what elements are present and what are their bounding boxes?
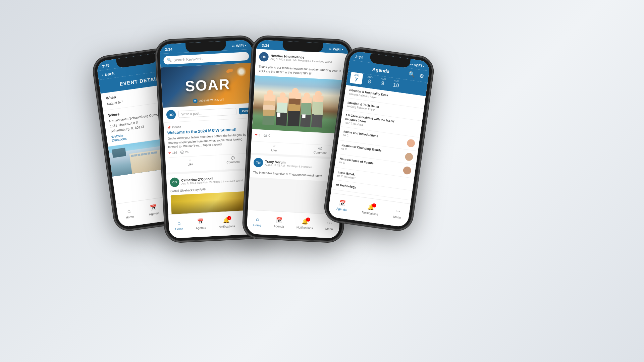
battery-icon: ▪ [423,64,425,68]
nav-notifications[interactable]: 🔔 1 Notifications [362,202,379,216]
agenda-header-icons: 🔍 ⚙ [408,71,424,79]
soar-subtitle-text: 2024 M&IW SUMMIT [199,98,224,102]
phone3-status-icons: ▪▪ WiFi ▪ [329,47,343,52]
signal-icon: ▪▪ [232,44,234,48]
signal-icon: ▪▪ [410,62,413,67]
miw-logo: M [193,99,198,104]
bell-icon: 🔔 1 [301,218,309,225]
phones-container: 3:35 ▪▪▪ WiFi ‹ Back EVENT DETAIL [0,0,644,362]
nav-menu[interactable]: ⋯ Menu [393,207,402,219]
agenda-title: Agenda [372,66,390,74]
user-avatar: DO [166,110,176,119]
speaker-avatar-5 [405,152,414,161]
phone2-time: 3:34 [165,47,173,52]
likes-count: ❤ 116 [168,151,177,155]
phone1-time: 3:35 [102,63,110,68]
search-icon: 🔍 [167,58,172,63]
date-aug10[interactable]: AUG 10 [389,77,403,90]
pinned-post: 📌 Pinned Welcome to the 2024 M&IW Summit… [163,118,258,175]
comment-icon: 💬 [318,147,322,150]
post-body: Get to know your fellow attendees before… [167,132,254,149]
post-placeholder: Write a post... [181,111,202,116]
nav-notifications[interactable]: 🔔 1 Notifications [218,216,235,229]
nav-menu[interactable]: ⋯ Menu [325,219,333,231]
nav-agenda[interactable]: 📅 Agenda [148,203,159,216]
bell-icon: 🔔 1 [367,203,375,212]
nav-agenda-label: Agenda [196,226,206,230]
agenda-icon: 📅 [197,218,204,226]
badge1 [277,113,280,117]
date-aug9[interactable]: AUG 9 [376,76,390,88]
likes-number: 116 [172,151,177,155]
nav-notifications-label: Notifications [362,210,378,216]
nav-notifications-label: Notifications [218,224,235,229]
filter-icon[interactable]: ⚙ [419,72,424,79]
post-actions: ♡ Like 💬 Comment [169,153,255,169]
battery-icon: ▪ [342,48,343,52]
nav-agenda-label: Agenda [149,211,160,216]
soar-heading: SOAR [184,76,231,95]
user2-info: Catherine O'Connell Aug 8, 2024 7:19 PM … [181,175,256,185]
nav-notifications-label: Notifications [297,226,313,230]
nav-home-label: Home [125,215,134,219]
signal-icon: ▪▪ [329,47,331,51]
user1-info: Heather Hnottavange Aug 5, 2024 5:03 PM … [270,54,345,64]
likes-count: ❤ 3 [255,133,261,137]
reactions-row: ❤ 3 💬 0 [255,133,340,141]
post1-actions: ♡ Like 💬 Comment [251,141,343,158]
speaker-avatar-4 [407,139,416,148]
chevron-left-icon: ‹ [102,72,104,77]
like-icon: ♡ [273,144,276,148]
nav-home[interactable]: ⌂ Home [124,207,134,219]
like-button[interactable]: ♡ Like [251,141,298,155]
user2-row: TN Tracy Norum Aug 8, 11:22 AM · Meeting… [250,155,343,173]
like-label: Like [271,148,277,152]
group-photo [252,75,347,134]
agenda-icon: 📅 [275,216,283,224]
like-button[interactable]: ♡ Like [169,156,212,169]
likes-number: 3 [259,133,261,137]
date-aug7[interactable]: AUG 7 [350,72,363,85]
badge2 [302,114,306,119]
search-placeholder: Search Keywords [173,56,203,62]
phone4-status-icons: ▪▪ WiFi ▪ [410,62,425,68]
wifi-icon: WiFi [333,47,341,51]
home-icon: ⌂ [175,219,183,227]
nav-notifications[interactable]: 🔔 1 Notifications [297,218,314,230]
comment-label: Comment [226,160,239,164]
post2: TN Tracy Norum Aug 8, 11:22 AM · Meeting… [250,155,343,182]
comments-count: 💬 0 [264,134,270,137]
phone2-status-icons: ▪▪ WiFi ▪ [232,43,246,48]
home-icon: ⌂ [254,215,261,223]
menu-icon: ⋯ [394,207,402,215]
user2-info: Tracy Norum Aug 8, 11:22 AM · Meetings &… [265,160,339,170]
user2-avatar: CO [170,177,179,187]
nav-home-label: Home [175,227,183,231]
pin-icon: 📌 [167,126,171,129]
nav-home[interactable]: ⌂ Home [175,219,183,231]
comments-number: 0 [268,134,270,137]
search-icon[interactable]: 🔍 [408,71,416,78]
notification-badge: 1 [227,216,231,220]
soar-banner: SOAR M 2024 M&IW SUMMIT [161,63,255,108]
wifi-icon: WiFi [236,43,244,48]
post-input[interactable]: Write a post... [178,108,236,118]
phone3-bottom-nav: ⌂ Home 📅 Agenda 🔔 1 Notifications [247,210,340,239]
nav-agenda[interactable]: 📅 Agenda [274,216,285,228]
person5 [311,95,324,128]
heart-icon: ❤ [255,133,258,137]
phone3-time: 3:34 [262,43,269,48]
home-icon: ⌂ [125,207,133,215]
person1 [262,95,276,125]
search-input[interactable]: 🔍 Search Keywords [163,52,249,65]
nav-agenda[interactable]: 📅 Agenda [195,218,206,230]
nav-agenda-label: Agenda [274,224,284,228]
nav-agenda[interactable]: 📅 Agenda [336,199,348,212]
person2 [276,97,288,126]
nav-home[interactable]: ⌂ Home [253,215,262,227]
notification-badge: 1 [306,217,311,222]
event-detail-title: EVENT DETAIL [119,75,159,86]
comment-icon: 💬 [231,156,235,160]
date-aug8[interactable]: AUG 8 [363,74,376,86]
comment-bubble-icon: 💬 [180,150,184,154]
